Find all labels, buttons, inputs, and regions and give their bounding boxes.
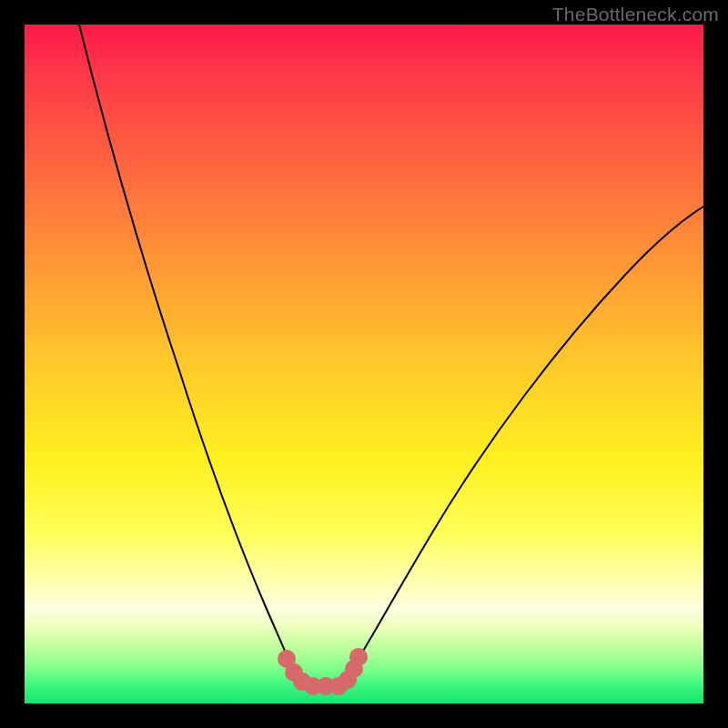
svg-point-8 bbox=[349, 648, 368, 666]
marker-dots bbox=[278, 648, 368, 695]
plot-area bbox=[25, 25, 703, 703]
watermark-text: TheBottleneck.com bbox=[552, 4, 719, 25]
chart-svg bbox=[25, 25, 703, 703]
left-curve bbox=[79, 25, 291, 666]
right-curve bbox=[352, 207, 703, 669]
outer-frame: TheBottleneck.com bbox=[0, 0, 728, 728]
